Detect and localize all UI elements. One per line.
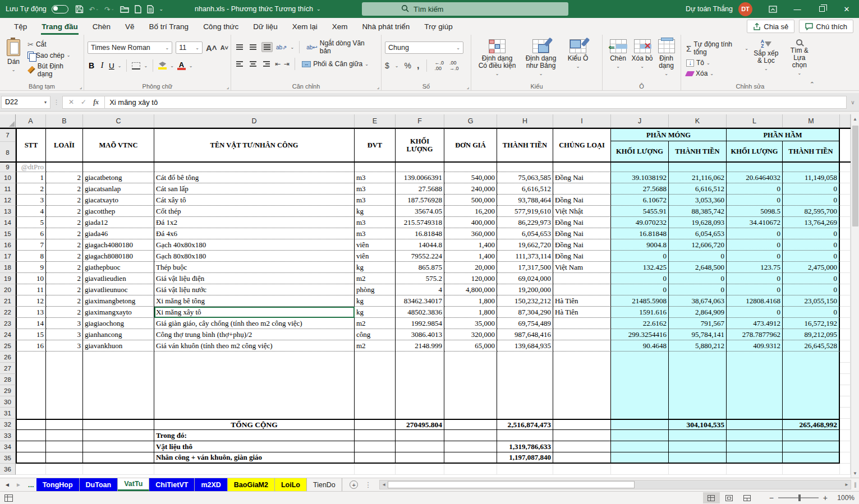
italic-button[interactable]: I	[99, 61, 105, 70]
cell-F31[interactable]	[396, 408, 444, 419]
cell-K35[interactable]	[669, 452, 727, 464]
cell-G15[interactable]: 360,000	[444, 228, 497, 239]
page-layout-view-button[interactable]	[721, 492, 738, 503]
scroll-left-icon[interactable]: ◄	[380, 480, 388, 489]
cell-J11[interactable]: 27.5688	[611, 183, 669, 195]
cell-M27[interactable]	[783, 363, 840, 374]
cell-J25[interactable]: 90.4648	[611, 340, 669, 352]
cell-B34[interactable]	[46, 441, 83, 452]
cell-K12[interactable]: 3,053,360	[669, 195, 727, 206]
menu-tab-xem[interactable]: Xem	[325, 18, 355, 35]
cell-E34[interactable]	[355, 441, 396, 452]
cell-L30[interactable]	[727, 396, 783, 408]
orientation-icon[interactable]: ab⇗	[276, 44, 287, 50]
cell-M26[interactable]	[783, 352, 840, 363]
row-header-26[interactable]: 26	[0, 352, 16, 363]
zoom-out-icon[interactable]: −	[769, 493, 774, 502]
header-ham-thanh-tien[interactable]: THÀNH TIỀN	[783, 141, 840, 161]
scroll-up-icon[interactable]: ▲	[851, 114, 859, 123]
cell-L33[interactable]	[727, 430, 783, 441]
cell-A26[interactable]	[16, 352, 46, 363]
cell-C22[interactable]: giaximangxayto	[83, 307, 154, 318]
cell-I30[interactable]	[553, 396, 611, 408]
cell-A30[interactable]	[16, 396, 46, 408]
cell-J27[interactable]	[611, 363, 669, 374]
cell-K13[interactable]: 88,385,742	[669, 206, 727, 217]
cell-D24[interactable]: Công thợ trung bình (thợ+phụ)/2	[154, 329, 355, 340]
cell-G30[interactable]	[444, 396, 497, 408]
cell-I14[interactable]: Đồng Nai	[553, 217, 611, 228]
cell-B20[interactable]: 2	[46, 284, 83, 295]
cell-G26[interactable]	[444, 352, 497, 363]
row-header-7-8[interactable]: 78	[0, 129, 16, 161]
cell-F36[interactable]	[396, 464, 444, 475]
cell-F26[interactable]	[396, 352, 444, 363]
insert-function-icon[interactable]: fx	[93, 98, 99, 107]
cell-N18[interactable]	[840, 262, 851, 273]
row-header-17[interactable]: 17	[0, 251, 16, 262]
cell-M28[interactable]	[783, 374, 840, 385]
customize-qat-icon[interactable]: ⌄	[159, 6, 164, 12]
cell-D11[interactable]: Cát san lấp	[154, 183, 355, 195]
cell-C35[interactable]	[83, 452, 154, 464]
cell-F32[interactable]: 270495.804	[396, 419, 444, 430]
cell-E22[interactable]: kg	[355, 307, 396, 318]
menu-tab-trang-đầu[interactable]: Trang đầu	[34, 18, 85, 35]
cell-E9[interactable]	[355, 163, 396, 172]
cell-I21[interactable]: Hà Tiên	[553, 295, 611, 307]
cell-E10[interactable]: m3	[355, 172, 396, 183]
cell-I12[interactable]: Đồng Nai	[553, 195, 611, 206]
col-header-H[interactable]: H	[497, 114, 553, 127]
sheet-tab-vattu[interactable]: VatTu	[118, 478, 149, 491]
row-header-9[interactable]: 9	[0, 163, 16, 172]
cell-M11[interactable]: 0	[783, 183, 840, 195]
cell-D16[interactable]: Gạch 40x80x180	[154, 239, 355, 251]
cell-A22[interactable]: 13	[16, 307, 46, 318]
percent-icon[interactable]: %	[405, 61, 411, 70]
cell-G16[interactable]: 1,400	[444, 239, 497, 251]
align-bottom-icon[interactable]	[261, 42, 273, 52]
cell-G25[interactable]: 65,000	[444, 340, 497, 352]
align-center-icon[interactable]	[248, 59, 258, 68]
menu-tab-bố-trí-trang[interactable]: Bố trí Trang	[142, 18, 196, 35]
undo-icon[interactable]: ↶⌄	[89, 5, 99, 13]
zoom-slider[interactable]	[778, 497, 819, 498]
col-header-n-partial[interactable]	[840, 114, 851, 127]
cell-I17[interactable]: Đồng Nai	[553, 251, 611, 262]
cell-M22[interactable]: 0	[783, 307, 840, 318]
cell-D33[interactable]: Trong đó:	[154, 430, 355, 441]
cell-styles-button[interactable]: Kiểu Ô ⌄	[562, 37, 594, 81]
cell-E24[interactable]: công	[355, 329, 396, 340]
share-button[interactable]: Chia sẻ	[747, 20, 794, 33]
cell-H14[interactable]: 86,229,973	[497, 217, 553, 228]
cell-E29[interactable]	[355, 385, 396, 396]
cell-L31[interactable]	[727, 408, 783, 419]
cell-G29[interactable]	[444, 385, 497, 396]
row-header-35[interactable]: 35	[0, 452, 16, 464]
cell-N24[interactable]	[840, 329, 851, 340]
cell-F22[interactable]: 48502.3836	[396, 307, 444, 318]
horizontal-scrollbar[interactable]: ◄ ►	[379, 480, 851, 489]
cell-H36[interactable]	[497, 464, 553, 475]
cell-F12[interactable]: 187.576928	[396, 195, 444, 206]
cell-J35[interactable]	[611, 452, 669, 464]
cell-A17[interactable]: 8	[16, 251, 46, 262]
cell-N11[interactable]	[840, 183, 851, 195]
cell-A25[interactable]: 16	[16, 340, 46, 352]
new-sheet-button[interactable]: +	[348, 478, 360, 491]
underline-button[interactable]: U	[109, 62, 114, 70]
cell-I13[interactable]: Việt Nhật	[553, 206, 611, 217]
cell-K31[interactable]	[669, 408, 727, 419]
cancel-icon[interactable]: ✕	[68, 98, 74, 106]
cell-L34[interactable]	[727, 441, 783, 452]
cell-A13[interactable]: 4	[16, 206, 46, 217]
sheet-tab-chitietvt[interactable]: ChiTietVT	[149, 478, 195, 491]
vertical-scrollbar[interactable]: ▲ ▼	[851, 114, 859, 478]
restore-button[interactable]	[810, 0, 834, 18]
format-cells-button[interactable]: Định dạng ⌄	[654, 37, 678, 81]
col-header-D[interactable]: D	[154, 114, 355, 127]
col-header-C[interactable]: C	[83, 114, 154, 127]
copy-button[interactable]: Sao chép⌄	[26, 51, 81, 60]
cell-E26[interactable]	[355, 352, 396, 363]
cell-B26[interactable]	[46, 352, 83, 363]
